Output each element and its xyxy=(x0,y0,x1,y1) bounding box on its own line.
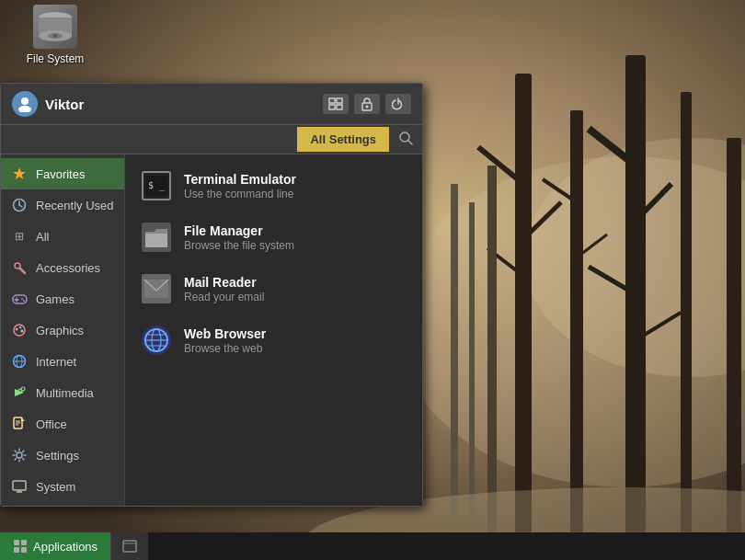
sidebar-item-office-label: Office xyxy=(36,417,67,431)
svg-marker-59 xyxy=(21,417,25,421)
avatar-icon xyxy=(17,96,33,112)
svg-rect-19 xyxy=(487,166,497,552)
svg-line-11 xyxy=(589,129,636,166)
app-name-filemanager: File Manager xyxy=(184,223,407,238)
sidebar-item-settings[interactable]: Settings xyxy=(1,440,124,471)
menu-body: ★ Favorites Recently Used ⊞ A xyxy=(1,154,422,506)
sidebar-item-accessories[interactable]: Accessories xyxy=(1,252,124,283)
browser-icon xyxy=(140,324,173,357)
svg-line-35 xyxy=(408,141,412,144)
svg-rect-4 xyxy=(570,110,583,560)
menu-controls xyxy=(323,94,411,114)
svg-line-8 xyxy=(478,147,523,184)
sidebar-item-recently-used[interactable]: Recently Used xyxy=(1,189,124,221)
app-item-mail[interactable]: Mail Reader Read your email xyxy=(125,263,422,314)
sidebar-item-graphics-label: Graphics xyxy=(36,324,84,337)
app-desc-filemanager: Browse the file system xyxy=(184,239,407,252)
sidebar-item-internet-label: Internet xyxy=(36,355,76,369)
app-menu: Viktor xyxy=(0,83,423,507)
svg-rect-3 xyxy=(515,74,532,552)
svg-point-25 xyxy=(53,34,57,38)
app-name-terminal: Terminal Emulator xyxy=(184,172,407,187)
sidebar-item-favorites[interactable]: ★ Favorites xyxy=(1,158,124,189)
mail-icon xyxy=(140,272,173,305)
svg-rect-7 xyxy=(727,138,741,560)
sidebar-item-office[interactable]: Office xyxy=(1,408,124,440)
sidebar-item-games-label: Games xyxy=(36,292,74,306)
power-button[interactable] xyxy=(385,94,411,114)
taskbar-window-button[interactable] xyxy=(111,532,148,560)
svg-text:$ _: $ _ xyxy=(148,180,166,191)
app-item-filemanager[interactable]: File Manager Browse the file system xyxy=(125,211,422,263)
search-bar: All Settings xyxy=(1,125,422,154)
svg-rect-6 xyxy=(681,92,692,560)
browser-icon-box xyxy=(142,326,171,355)
screen-icon xyxy=(328,97,343,110)
screen-button[interactable] xyxy=(323,94,349,114)
settings-icon xyxy=(10,446,29,464)
app-item-terminal[interactable]: $ _ Terminal Emulator Use the command li… xyxy=(125,160,422,211)
svg-rect-76 xyxy=(123,541,136,552)
all-settings-button[interactable]: All Settings xyxy=(297,127,389,152)
app-name-mail: Mail Reader xyxy=(184,275,407,290)
app-item-browser[interactable]: Web Browser Browse the web xyxy=(125,314,422,366)
svg-rect-29 xyxy=(337,98,342,103)
svg-line-9 xyxy=(523,202,561,239)
sidebar-item-internet[interactable]: Internet xyxy=(1,346,124,377)
grid-icon: ⊞ xyxy=(10,227,29,246)
username-label: Viktor xyxy=(45,97,84,112)
app-details-browser: Web Browser Browse the web xyxy=(184,326,407,355)
search-icon-button[interactable] xyxy=(389,125,422,154)
svg-line-40 xyxy=(20,269,26,274)
svg-rect-5 xyxy=(625,55,646,560)
menu-user: Viktor xyxy=(12,91,84,117)
app-details-terminal: Terminal Emulator Use the command line xyxy=(184,172,407,200)
sidebar-item-multimedia-label: Multimedia xyxy=(36,386,94,400)
svg-rect-18 xyxy=(469,202,475,552)
desktop-icon-filesystem[interactable]: File System xyxy=(18,5,92,65)
svg-point-1 xyxy=(395,156,745,487)
taskbar-apps-button[interactable]: Applications xyxy=(0,532,111,560)
folder-icon xyxy=(143,224,169,250)
svg-line-13 xyxy=(589,267,636,294)
sidebar-item-system[interactable]: System xyxy=(1,471,124,502)
gamepad-icon xyxy=(10,290,29,308)
search-input[interactable] xyxy=(1,125,297,154)
app-desc-terminal: Use the command line xyxy=(184,188,407,200)
sidebar-item-recently-used-label: Recently Used xyxy=(36,199,114,212)
svg-rect-30 xyxy=(329,105,335,109)
graphics-icon xyxy=(10,321,29,339)
svg-point-45 xyxy=(23,300,25,302)
svg-point-47 xyxy=(16,328,18,331)
svg-line-12 xyxy=(636,184,671,221)
svg-point-2 xyxy=(524,138,745,377)
system-icon xyxy=(10,477,29,496)
svg-rect-17 xyxy=(451,184,458,552)
svg-point-33 xyxy=(366,106,369,109)
harddrive-icon xyxy=(37,10,74,43)
svg-point-46 xyxy=(14,325,25,336)
globe-icon xyxy=(10,352,29,371)
svg-line-14 xyxy=(636,313,681,340)
svg-point-48 xyxy=(19,326,22,329)
envelope-icon xyxy=(143,279,169,299)
svg-line-38 xyxy=(19,205,22,207)
lock-button[interactable] xyxy=(354,94,380,114)
sidebar: ★ Favorites Recently Used ⊞ A xyxy=(1,154,125,506)
star-icon: ★ xyxy=(10,165,29,183)
sidebar-item-favorites-label: Favorites xyxy=(36,167,85,181)
sidebar-item-all[interactable]: ⊞ All xyxy=(1,221,124,252)
svg-rect-31 xyxy=(337,105,342,109)
sidebar-item-multimedia[interactable]: Multimedia xyxy=(1,377,124,408)
sidebar-item-games[interactable]: Games xyxy=(1,283,124,314)
svg-rect-28 xyxy=(329,98,335,103)
content-area: $ _ Terminal Emulator Use the command li… xyxy=(125,154,422,506)
search-icon xyxy=(398,131,413,145)
multimedia-icon xyxy=(10,383,29,402)
svg-point-27 xyxy=(18,106,31,112)
svg-point-26 xyxy=(21,97,29,105)
office-icon xyxy=(10,415,29,433)
sidebar-item-graphics[interactable]: Graphics xyxy=(1,314,124,346)
svg-point-60 xyxy=(17,452,22,458)
terminal-icon-box: $ _ xyxy=(142,171,171,200)
